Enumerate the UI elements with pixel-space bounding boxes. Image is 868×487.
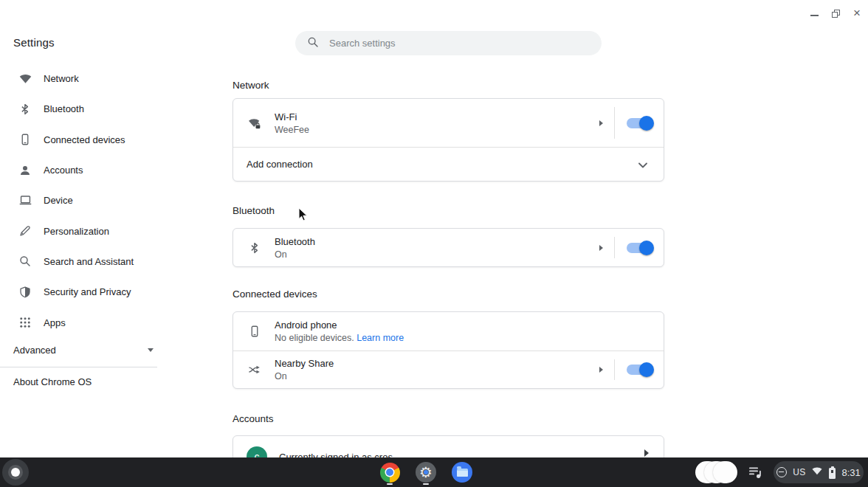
sidebar-item-connected-devices[interactable]: Connected devices	[0, 125, 167, 155]
accounts-section-heading: Accounts	[232, 413, 274, 424]
sidebar-item-apps[interactable]: Apps	[0, 307, 167, 337]
window-controls: ×	[810, 4, 864, 22]
wifi-row[interactable]: Wi-Fi WeeFee	[233, 99, 664, 147]
nearby-share-title: Nearby Share	[275, 358, 334, 369]
battery-icon	[829, 466, 836, 479]
caret-down-icon	[148, 348, 154, 352]
shield-icon	[18, 285, 32, 300]
add-connection-label: Add connection	[247, 159, 313, 170]
learn-more-link[interactable]: Learn more	[356, 333, 404, 343]
bluetooth-section-heading: Bluetooth	[232, 205, 275, 216]
search-icon	[307, 36, 319, 51]
settings-gear-icon: ⚙	[416, 462, 436, 483]
search-icon	[18, 254, 32, 269]
subpage-arrow-icon	[599, 120, 603, 126]
smartphone-icon	[247, 323, 263, 339]
status-tray[interactable]: US 8:31	[774, 461, 864, 483]
restore-icon[interactable]	[832, 10, 840, 18]
files-app-button[interactable]	[452, 460, 472, 485]
add-connection-row[interactable]: Add connection	[233, 147, 664, 181]
smartphone-icon	[18, 132, 32, 147]
wifi-toggle[interactable]	[627, 118, 652, 128]
launcher-icon	[11, 468, 20, 477]
connected-devices-card: Android phone No eligible devices. Learn…	[232, 311, 664, 389]
settings-search-bar[interactable]	[295, 31, 602, 55]
page-title: Settings	[13, 36, 55, 49]
sidebar-item-bluetooth[interactable]: Bluetooth	[0, 94, 167, 124]
nearby-share-row[interactable]: Nearby Share On	[233, 350, 664, 388]
bluetooth-row-subtitle: On	[275, 249, 315, 260]
bluetooth-toggle[interactable]	[627, 243, 652, 253]
chevron-down-icon	[638, 158, 647, 171]
bluetooth-row[interactable]: Bluetooth On	[233, 229, 664, 266]
wifi-icon	[18, 72, 32, 86]
sidebar-item-search-assistant[interactable]: Search and Assistant	[0, 246, 167, 277]
sidebar-item-about-chromeos[interactable]: About Chrome OS	[0, 367, 167, 397]
network-section-heading: Network	[232, 80, 269, 91]
settings-app-button[interactable]: ⚙	[416, 460, 436, 485]
person-icon	[18, 163, 32, 178]
sidebar-item-personalization[interactable]: Personalization	[0, 215, 167, 246]
active-app-indicator	[387, 483, 393, 485]
launcher-button[interactable]	[2, 459, 29, 486]
media-controls-icon[interactable]	[747, 463, 765, 481]
subpage-arrow-icon	[599, 367, 603, 373]
wifi-row-subtitle: WeeFee	[275, 125, 309, 135]
minimize-icon[interactable]	[810, 15, 819, 16]
sidebar-item-device[interactable]: Device	[0, 185, 167, 215]
wifi-row-title: Wi-Fi	[275, 111, 309, 122]
nearby-share-icon	[247, 362, 263, 378]
notifications-stack[interactable]	[695, 461, 738, 483]
android-phone-row[interactable]: Android phone No eligible devices. Learn…	[233, 312, 664, 350]
sidebar-item-network[interactable]: Network	[0, 63, 167, 94]
bluetooth-card: Bluetooth On	[232, 228, 664, 267]
bluetooth-icon	[247, 240, 263, 256]
clock-label: 8:31	[841, 467, 860, 478]
apps-grid-icon	[18, 315, 32, 330]
android-phone-title: Android phone	[275, 320, 404, 331]
active-app-indicator	[423, 483, 429, 485]
sidebar-advanced-expander[interactable]: Advanced	[0, 338, 167, 363]
sidebar-item-security-privacy[interactable]: Security and Privacy	[0, 277, 167, 307]
sidebar-item-accounts[interactable]: Accounts	[0, 155, 167, 185]
bluetooth-row-title: Bluetooth	[275, 236, 315, 247]
keyboard-layout-label: US	[793, 467, 805, 477]
subpage-arrow-icon	[599, 245, 603, 251]
shelf: ⚙ US 8:31	[0, 457, 868, 487]
mouse-cursor	[298, 207, 309, 225]
android-phone-subtitle: No eligible devices.	[275, 333, 354, 343]
nearby-share-subtitle: On	[275, 371, 334, 381]
files-icon	[452, 462, 472, 483]
connected-devices-section-heading: Connected devices	[232, 289, 317, 300]
shelf-apps: ⚙	[379, 457, 472, 487]
laptop-icon	[18, 193, 32, 208]
wifi-lock-icon	[247, 115, 263, 131]
network-card: Wi-Fi WeeFee Add connection	[232, 98, 664, 182]
pencil-icon	[18, 224, 32, 238]
chromeos-settings-window: × Settings Network Bluetooth Connected d…	[0, 0, 868, 487]
status-tray-area: US 8:31	[695, 457, 868, 487]
bluetooth-icon	[18, 102, 32, 117]
nearby-share-toggle[interactable]	[627, 365, 652, 375]
subpage-arrow-icon	[644, 449, 649, 457]
close-icon[interactable]: ×	[853, 8, 861, 18]
wifi-icon	[811, 466, 823, 479]
sidebar: Network Bluetooth Connected devices Acco…	[0, 63, 167, 397]
search-input[interactable]	[329, 38, 573, 49]
chrome-icon	[380, 463, 400, 483]
chrome-app-button[interactable]	[379, 460, 400, 485]
do-not-disturb-icon	[776, 467, 787, 477]
